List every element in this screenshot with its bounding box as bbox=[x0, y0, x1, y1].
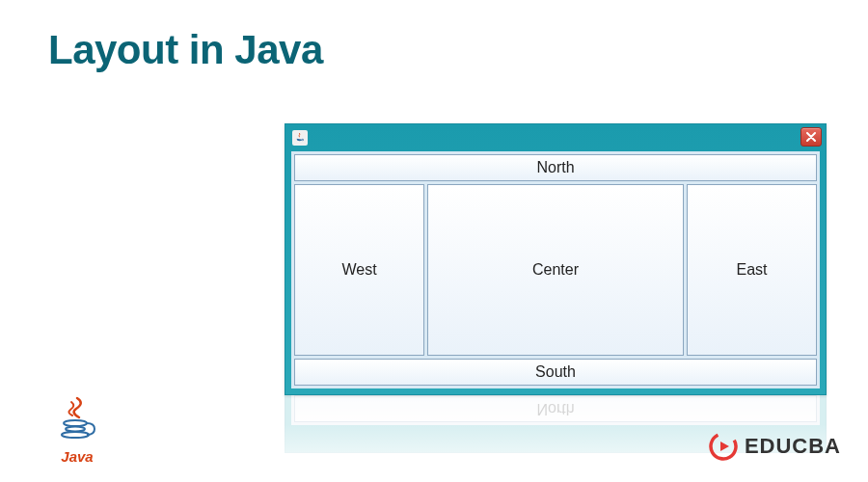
java-cup-icon bbox=[292, 130, 308, 146]
page-title: Layout in Java bbox=[48, 27, 323, 73]
svg-point-2 bbox=[62, 432, 89, 438]
java-logo: Java bbox=[48, 396, 106, 465]
reflection-cell: North bbox=[294, 395, 817, 422]
borderlayout-panel: North West Center East South bbox=[291, 151, 820, 388]
south-button[interactable]: South bbox=[294, 359, 817, 386]
svg-point-0 bbox=[64, 420, 87, 426]
java-window: North West Center East South bbox=[285, 123, 827, 395]
educba-logo: EDUCBA bbox=[709, 432, 841, 461]
close-button[interactable] bbox=[800, 127, 822, 147]
east-button[interactable]: East bbox=[687, 184, 817, 356]
middle-row: West Center East bbox=[294, 184, 817, 356]
west-button[interactable]: West bbox=[294, 184, 424, 356]
educba-mark-icon bbox=[709, 432, 738, 461]
window-titlebar bbox=[285, 124, 826, 151]
center-button[interactable]: Center bbox=[427, 184, 684, 356]
north-button[interactable]: North bbox=[294, 154, 817, 181]
svg-point-1 bbox=[66, 427, 85, 432]
educba-logo-text: EDUCBA bbox=[745, 434, 841, 459]
java-cup-icon bbox=[58, 396, 96, 442]
close-icon bbox=[806, 132, 816, 142]
java-logo-text: Java bbox=[48, 448, 106, 465]
svg-marker-4 bbox=[720, 442, 729, 451]
